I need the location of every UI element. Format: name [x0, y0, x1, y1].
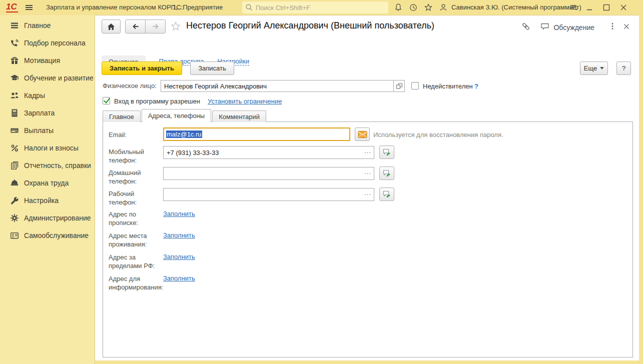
more-menu-icon[interactable] [609, 22, 615, 33]
sections-sidebar: Главное Подбор персонала Мотивация Обуче… [0, 15, 95, 364]
home-icon [106, 22, 116, 32]
sidebar-item-label: Настройка [24, 196, 59, 204]
search-input[interactable] [242, 2, 388, 14]
help-button[interactable]: ? [616, 62, 631, 75]
gift-icon [10, 56, 19, 65]
calculator-icon [10, 108, 19, 118]
save-button[interactable]: Записать [190, 62, 234, 75]
person-input[interactable] [161, 80, 394, 92]
minimize-button[interactable] [584, 2, 594, 12]
login-allowed-label: Вход в программу разрешен [114, 98, 200, 105]
maximize-button[interactable] [601, 2, 611, 12]
checkmark-icon [103, 97, 110, 104]
sidebar-item-label: Обучение и развитие [24, 74, 94, 82]
choose-button[interactable]: ... [364, 168, 371, 176]
discussion-icon[interactable] [540, 22, 550, 33]
home-phone-actions-button[interactable] [379, 166, 394, 180]
work-phone-actions-button[interactable] [379, 188, 394, 201]
app-window: 1С Зарплата и управление персоналом КОРП… [0, 0, 643, 364]
mobile-phone-actions-button[interactable] [379, 146, 394, 159]
sidebar-item-label: Отчетность, справки [24, 162, 91, 170]
service-menu-icon[interactable] [568, 2, 578, 12]
search-icon [245, 3, 254, 12]
send-email-button[interactable] [355, 128, 370, 141]
open-form-icon [395, 82, 404, 90]
sidebar-item-main[interactable]: Главное [0, 16, 95, 34]
open-person-button[interactable] [393, 80, 405, 92]
global-search [242, 2, 388, 14]
sidebar-item-hr[interactable]: Кадры [0, 86, 95, 104]
email-label: Email: [109, 131, 127, 138]
history-icon[interactable] [408, 2, 418, 12]
payments-icon [10, 126, 19, 135]
favorites-star-icon[interactable] [423, 2, 433, 12]
sidebar-item-selfservice[interactable]: Самообслуживание [0, 226, 95, 244]
phone-comment-icon [382, 190, 391, 199]
fill-registration-address-link[interactable]: Заполнить [163, 210, 195, 218]
selected-text: malz@1c.ru [166, 130, 202, 138]
phone-comment-icon [382, 169, 391, 178]
email-input[interactable]: malz@1c.ru [163, 128, 350, 141]
sidebar-item-label: Налоги и взносы [24, 144, 79, 152]
addresses-phones-panel: Email: malz@1c.ru Используется для восст… [103, 122, 633, 358]
main-menu-icon [10, 21, 19, 30]
back-button[interactable] [125, 20, 146, 34]
sidebar-item-label: Администрирование [24, 214, 91, 222]
arrow-left-icon [131, 22, 141, 32]
tab-addresses-phones[interactable]: Адреса, телефоны [142, 109, 212, 122]
page-title: Нестеров Георгий Александрович (Внешний … [186, 20, 434, 31]
sidebar-item-label: Подбор персонала [24, 39, 86, 47]
sidebar-item-taxes[interactable]: Налоги и взносы [0, 139, 95, 156]
discussion-label[interactable]: Обсуждение [553, 24, 594, 32]
choose-button[interactable]: ... [364, 147, 371, 154]
sidebar-item-education[interactable]: Обучение и развитие [0, 69, 95, 86]
invalid-help-icon[interactable]: ? [474, 82, 478, 90]
current-user-name: Савинская З.Ю. (Системный программист) [451, 4, 581, 11]
wrench-icon [10, 196, 19, 205]
notifications-bell-icon[interactable] [393, 2, 403, 12]
people-icon [10, 91, 19, 100]
fill-foreign-address-link[interactable]: Заполнить [163, 253, 195, 260]
sidebar-item-salary[interactable]: Зарплата [0, 104, 95, 122]
sidebar-item-reports[interactable]: Отчетность, справки [0, 156, 95, 174]
login-allowed-checkbox[interactable] [103, 97, 110, 104]
residence-address-label: Адрес места проживания: [109, 232, 163, 248]
forward-button[interactable] [145, 20, 166, 34]
sidebar-item-motivation[interactable]: Мотивация [0, 52, 95, 69]
save-and-close-button[interactable]: Записать и закрыть [102, 62, 182, 75]
phone-comment-icon [382, 148, 391, 157]
form-window: Нестеров Георгий Александрович (Внешний … [95, 15, 639, 360]
sidebar-item-safety[interactable]: Охрана труда [0, 174, 95, 192]
main-menu-icon[interactable] [24, 2, 34, 12]
header-actions: Обсуждение [521, 22, 630, 33]
close-form-icon[interactable] [622, 22, 630, 32]
arrow-right-icon [151, 22, 161, 32]
tab-comment[interactable]: Комментарий [212, 110, 266, 122]
notification-address-label: Адрес для информирования: [109, 274, 163, 292]
fill-residence-address-link[interactable]: Заполнить [163, 232, 195, 239]
work-phone-input[interactable] [164, 188, 374, 200]
copy-link-icon[interactable] [521, 22, 531, 33]
tab-general[interactable]: Главное [103, 110, 141, 122]
home-phone-input[interactable] [164, 168, 374, 180]
set-restriction-link[interactable]: Установить ограничение [208, 98, 282, 105]
person-field-label: Физическое лицо: [103, 82, 157, 90]
gear-icon [10, 214, 19, 222]
sidebar-item-label: Зарплата [24, 109, 55, 117]
user-icon[interactable] [438, 2, 448, 12]
sidebar-item-label: Самообслуживание [24, 232, 89, 240]
sidebar-item-settings[interactable]: Настройка [0, 192, 95, 209]
home-button[interactable] [102, 20, 121, 34]
sidebar-item-administration[interactable]: Администрирование [0, 209, 95, 226]
close-window-button[interactable] [618, 2, 628, 12]
sidebar-item-label: Кадры [24, 92, 45, 100]
sidebar-item-payments[interactable]: Выплаты [0, 122, 95, 139]
choose-button[interactable]: ... [364, 189, 371, 196]
invalid-checkbox[interactable] [411, 82, 419, 90]
fill-notification-address-link[interactable]: Заполнить [163, 274, 195, 282]
favorite-star-icon[interactable] [170, 20, 182, 32]
more-button[interactable]: Еще [580, 62, 608, 75]
sidebar-item-recruiting[interactable]: Подбор персонала [0, 34, 95, 52]
mobile-phone-input[interactable] [164, 146, 374, 158]
sidebar-item-label: Мотивация [24, 56, 60, 64]
